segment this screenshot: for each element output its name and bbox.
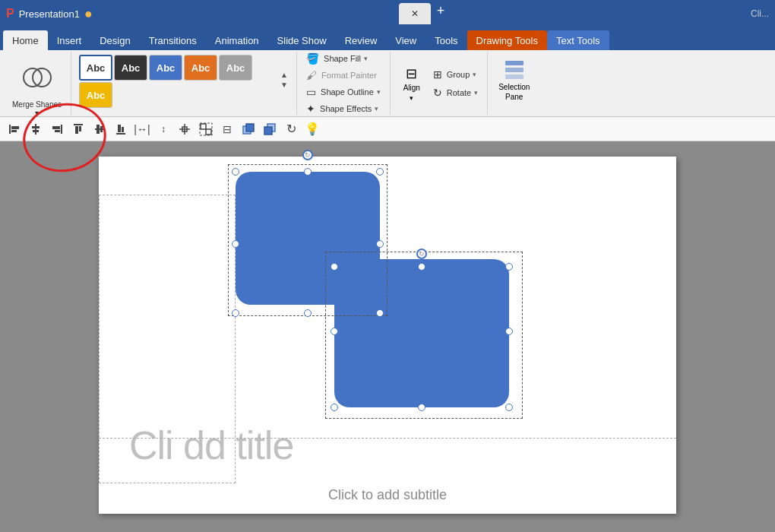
group-arrow: ▾ bbox=[473, 71, 476, 78]
format-painter-button[interactable]: 🖌 Format Painter bbox=[303, 68, 384, 83]
tab-close-icon[interactable]: ✕ bbox=[411, 8, 419, 19]
group-label: Group bbox=[447, 70, 470, 79]
rotate-toolbar-button[interactable]: ↻ bbox=[281, 120, 301, 138]
align-button[interactable]: ⊟ Align ▾ bbox=[397, 57, 427, 110]
svg-rect-2 bbox=[505, 61, 524, 65]
handle-right-mid-2[interactable] bbox=[505, 328, 513, 335]
tab-home[interactable]: Home bbox=[3, 30, 48, 50]
align-center-h-button[interactable] bbox=[26, 120, 46, 138]
svg-rect-30 bbox=[246, 124, 254, 131]
handle-br-2[interactable] bbox=[505, 404, 513, 411]
smart-guides-button[interactable] bbox=[175, 120, 195, 138]
shape-style-gray[interactable]: Abc bbox=[219, 55, 252, 81]
format-painter-label: Format Painter bbox=[321, 71, 377, 80]
handle-bottom-mid-2[interactable] bbox=[418, 404, 425, 411]
tab-view[interactable]: View bbox=[386, 30, 425, 50]
handle-left-mid-1[interactable] bbox=[232, 240, 239, 248]
tab-transitions[interactable]: Transitions bbox=[140, 30, 206, 50]
rotate-button[interactable]: ↻ Rotate ▾ bbox=[430, 85, 481, 100]
rotate-handle-1[interactable]: ↻ bbox=[302, 150, 313, 160]
align-middle-v-button[interactable] bbox=[90, 120, 109, 138]
tab-design[interactable]: Design bbox=[90, 30, 139, 50]
search-area: Cli... bbox=[751, 8, 769, 19]
merge-shapes-button[interactable] bbox=[16, 56, 59, 99]
handle-br-1[interactable] bbox=[376, 309, 384, 317]
slide-panel[interactable]: ↻ ↻ Cli dd title bbox=[0, 141, 775, 532]
ungroup-toolbar-button[interactable]: ⊟ bbox=[217, 120, 237, 138]
group-toolbar-icon bbox=[199, 122, 213, 136]
lamp-button[interactable]: 💡 bbox=[302, 120, 322, 138]
align-arrow: ▾ bbox=[410, 94, 413, 102]
align-left-edge-button[interactable] bbox=[5, 120, 24, 138]
add-tab-button[interactable]: + bbox=[437, 3, 445, 24]
main-area: ↻ ↻ Cli dd title bbox=[0, 141, 775, 532]
handle-right-mid-1[interactable] bbox=[376, 240, 384, 248]
distribute-v-button[interactable]: ↕ bbox=[153, 120, 173, 138]
handle-top-mid-2[interactable] bbox=[418, 263, 425, 271]
bring-forward-icon bbox=[242, 122, 255, 136]
shape-format-group: 🪣 Shape Fill ▾ 🖌 Format Painter ▭ Shape … bbox=[297, 52, 391, 115]
handle-bl-2[interactable] bbox=[331, 404, 338, 411]
style-more-button[interactable]: ▲ ▼ bbox=[278, 53, 290, 106]
tab-slideshow[interactable]: Slide Show bbox=[268, 30, 336, 50]
shape-style-orange[interactable]: Abc bbox=[184, 55, 217, 81]
selection-pane-button[interactable]: SelectionPane bbox=[494, 53, 534, 106]
shape-effects-label: Shape Effects bbox=[320, 104, 372, 113]
group-toolbar-button[interactable] bbox=[196, 120, 216, 138]
handle-tl-1[interactable] bbox=[232, 168, 239, 176]
align-icon: ⊟ bbox=[406, 65, 417, 82]
tab-animation[interactable]: Animation bbox=[206, 30, 268, 50]
rotate-icon: ↻ bbox=[433, 87, 442, 99]
tab-review[interactable]: Review bbox=[336, 30, 387, 50]
handle-bottom-mid-1[interactable] bbox=[304, 309, 312, 317]
align-right-edge-button[interactable] bbox=[47, 120, 67, 138]
align-left-edge-icon bbox=[8, 122, 21, 136]
shape-fill-button[interactable]: 🪣 Shape Fill ▾ bbox=[303, 51, 384, 66]
presentation-title: Presentation1 bbox=[19, 8, 80, 20]
align-bottom-button[interactable] bbox=[111, 120, 131, 138]
shape-effects-button[interactable]: ✦ Shape Effects ▾ bbox=[303, 101, 384, 116]
blue-shape-2[interactable] bbox=[334, 259, 509, 407]
ribbon: Merge Shapes ▾ Abc Abc Abc Abc Abc Abc ▲… bbox=[0, 50, 775, 117]
slide[interactable]: ↻ ↻ Cli dd title bbox=[99, 157, 676, 514]
selection-pane-icon bbox=[502, 58, 527, 82]
rotate-handle-2[interactable]: ↻ bbox=[416, 249, 427, 259]
send-backward-button[interactable] bbox=[260, 120, 280, 138]
svg-rect-18 bbox=[96, 125, 100, 134]
shape-style-yellow[interactable]: Abc bbox=[79, 82, 112, 108]
group-button[interactable]: ⊞ Group ▾ bbox=[430, 67, 481, 82]
slide-inner: ↻ ↻ Cli dd title bbox=[99, 157, 676, 514]
handle-top-mid-1[interactable] bbox=[304, 168, 312, 176]
handle-tr-2[interactable] bbox=[505, 263, 513, 271]
handle-left-mid-2[interactable] bbox=[331, 328, 338, 335]
handle-bl-1[interactable] bbox=[232, 309, 239, 317]
svg-rect-7 bbox=[11, 130, 17, 132]
distribute-h-button[interactable]: |↔| bbox=[132, 120, 152, 138]
shape-style-white[interactable]: Abc bbox=[79, 55, 112, 81]
shape-selection-area[interactable]: ↻ ↻ bbox=[236, 172, 524, 423]
svg-rect-10 bbox=[33, 130, 39, 132]
send-backward-icon bbox=[263, 122, 277, 136]
tab-tools[interactable]: Tools bbox=[425, 30, 467, 50]
shape-style-dark[interactable]: Abc bbox=[114, 55, 147, 81]
smart-guides-icon bbox=[178, 122, 191, 136]
format-painter-icon: 🖌 bbox=[306, 69, 317, 81]
shape-fill-icon: 🪣 bbox=[306, 52, 319, 65]
active-tab[interactable]: ✕ bbox=[399, 3, 431, 24]
svg-rect-19 bbox=[100, 126, 103, 132]
tab-drawing-tools[interactable]: Drawing Tools bbox=[467, 30, 547, 50]
svg-rect-3 bbox=[505, 68, 524, 72]
svg-rect-16 bbox=[79, 126, 81, 131]
align-top-button[interactable] bbox=[68, 120, 88, 138]
shape-outline-button[interactable]: ▭ Shape Outline ▾ bbox=[303, 84, 384, 100]
handle-tl-2[interactable] bbox=[331, 263, 338, 271]
handle-tr-1[interactable] bbox=[376, 168, 384, 176]
slide-subtitle[interactable]: Click to add subtitle bbox=[99, 487, 676, 503]
svg-rect-22 bbox=[122, 127, 124, 132]
svg-rect-5 bbox=[9, 125, 11, 134]
title-bar: P Presentation1 ● ✕ + Cli... bbox=[0, 0, 775, 27]
tab-text-tools[interactable]: Text Tools bbox=[547, 30, 609, 50]
tab-insert[interactable]: Insert bbox=[48, 30, 91, 50]
shape-style-blue[interactable]: Abc bbox=[149, 55, 182, 81]
bring-forward-button[interactable] bbox=[239, 120, 258, 138]
